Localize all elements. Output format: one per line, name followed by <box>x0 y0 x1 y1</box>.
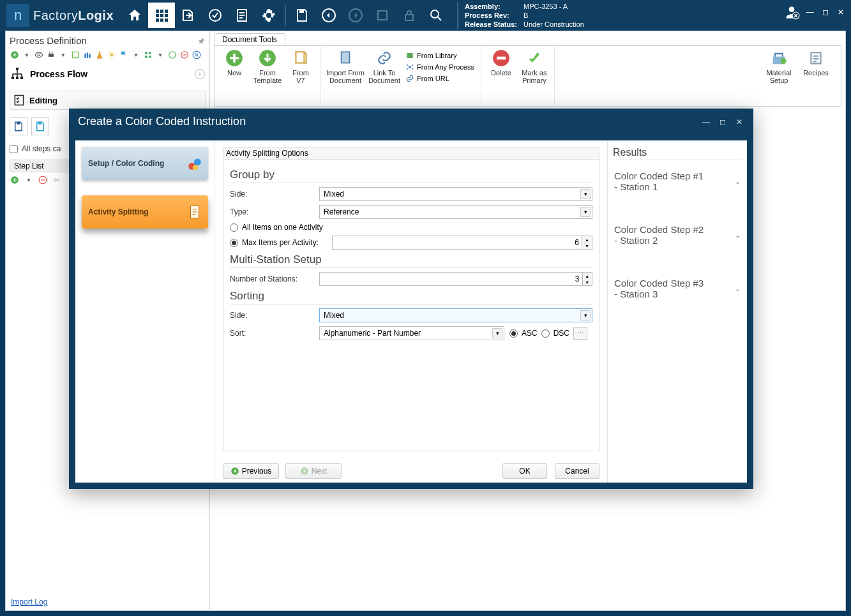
pause-icon[interactable] <box>192 50 202 60</box>
tab-document-tools[interactable]: Document Tools <box>214 33 285 45</box>
window-minimize[interactable]: — <box>805 8 815 17</box>
spin-down[interactable]: ▼ <box>583 279 592 285</box>
window-maximize[interactable]: ◻ <box>820 8 831 17</box>
result-item-2[interactable]: Color Coded Step #2- Station 2 ⌄ <box>613 218 742 252</box>
save-button[interactable] <box>289 3 315 28</box>
ribbon-recipes[interactable]: Recipes <box>801 49 831 103</box>
dropdown2-icon[interactable]: ▼ <box>58 50 68 60</box>
radio-dsc[interactable] <box>541 329 550 338</box>
svg-point-17 <box>789 6 795 12</box>
modal-minimize[interactable]: — <box>701 117 711 126</box>
import-log-link[interactable]: Import Log <box>11 597 47 606</box>
step-dropdown-icon[interactable]: ▼ <box>24 175 34 185</box>
search-button[interactable] <box>423 3 449 28</box>
cancel-button[interactable]: Cancel <box>555 463 599 479</box>
modal-close[interactable]: ✕ <box>734 117 744 126</box>
modal-title-text: Create a Color Coded Instruction <box>78 115 246 128</box>
previous-button[interactable]: Previous <box>223 463 279 479</box>
ribbon-from-v7[interactable]: From V7 <box>286 49 315 84</box>
settings-button[interactable] <box>255 3 282 28</box>
remove-step-icon[interactable] <box>38 175 48 185</box>
ribbon-from-any-process[interactable]: From Any Process <box>405 63 474 71</box>
result-item-3[interactable]: Color Coded Step #3- Station 3 ⌄ <box>613 271 742 306</box>
thumb-2[interactable] <box>31 117 49 135</box>
radio-all-items[interactable] <box>230 223 238 232</box>
svg-rect-5 <box>165 14 168 17</box>
grid-button[interactable] <box>148 3 175 28</box>
flask-icon[interactable] <box>94 50 105 60</box>
svg-rect-39 <box>17 122 20 124</box>
pin-icon[interactable] <box>198 37 206 45</box>
chevron-down-icon[interactable]: ▾ <box>492 328 502 338</box>
svg-rect-45 <box>296 52 304 63</box>
thumb-1[interactable] <box>10 117 27 135</box>
document-button[interactable] <box>229 3 255 28</box>
dropdown3-icon[interactable]: ▼ <box>131 50 141 60</box>
wizard-step-setup[interactable]: Setup / Color Coding <box>82 147 208 180</box>
svg-rect-8 <box>165 19 168 22</box>
spin-up[interactable]: ▲ <box>582 236 592 243</box>
type-select[interactable]: Reference▾ <box>319 205 592 219</box>
add-step-icon[interactable] <box>10 175 20 185</box>
chevron-down-icon: ⌄ <box>735 285 741 293</box>
ribbon-delete[interactable]: Delete <box>486 49 516 77</box>
ribbon-new[interactable]: New <box>220 49 249 77</box>
radio-asc[interactable] <box>509 329 518 338</box>
ribbon-from-url[interactable]: From URL <box>405 74 474 83</box>
spin-up[interactable]: ▲ <box>583 273 592 279</box>
num-stations-input[interactable] <box>319 272 583 286</box>
ribbon-mark-primary[interactable]: Mark as Primary <box>520 49 549 84</box>
eye-icon[interactable] <box>34 50 44 60</box>
ribbon-material-setup[interactable]: Material Setup <box>764 49 794 103</box>
svg-rect-25 <box>149 52 151 54</box>
stop-button <box>369 3 396 28</box>
cut-icon[interactable]: ✂ <box>52 175 62 185</box>
max-items-input[interactable] <box>332 236 582 250</box>
all-steps-checkbox[interactable] <box>10 145 18 153</box>
chevron-down-icon: ⌄ <box>735 231 741 239</box>
window-close[interactable]: ✕ <box>836 8 846 17</box>
ribbon-from-library[interactable]: From Library <box>405 51 474 60</box>
more-button[interactable]: ⋯ <box>573 327 587 340</box>
checklist-icon <box>13 94 26 107</box>
tool1-icon[interactable] <box>70 50 80 60</box>
chart-icon[interactable] <box>82 50 93 60</box>
ribbon-link-document[interactable]: Link To Document <box>368 49 400 84</box>
wizard-step-activity-splitting[interactable]: Activity Splitting <box>82 195 208 229</box>
sync-button[interactable] <box>202 3 229 28</box>
export-button[interactable] <box>175 3 202 28</box>
modal-maximize[interactable]: ◻ <box>718 117 728 126</box>
download-icon[interactable] <box>194 68 206 80</box>
user-icon[interactable] <box>783 4 800 20</box>
circle1-icon[interactable] <box>167 50 177 60</box>
sort-select[interactable]: Alphanumeric - Part Number▾ <box>319 326 504 340</box>
home-button[interactable] <box>121 3 148 28</box>
gear2-icon[interactable] <box>107 50 117 60</box>
type-label: Type: <box>230 207 319 216</box>
dropdown4-icon[interactable]: ▼ <box>155 50 165 60</box>
svg-rect-11 <box>299 10 304 13</box>
side-select[interactable]: Mixed▾ <box>319 187 592 201</box>
editing-header[interactable]: Editing <box>10 91 206 110</box>
ribbon-import-document[interactable]: Import From Document <box>326 49 365 84</box>
back-button[interactable] <box>315 3 342 28</box>
radio-max-items[interactable] <box>230 239 238 247</box>
svg-rect-35 <box>16 77 19 79</box>
result-item-1[interactable]: Color Coded Step #1- Station 1 ⌄ <box>613 164 742 199</box>
chevron-down-icon[interactable]: ▾ <box>580 207 591 217</box>
ok-button[interactable]: OK <box>502 463 547 479</box>
minus-icon[interactable] <box>179 50 190 60</box>
spin-down[interactable]: ▼ <box>582 243 592 249</box>
svg-rect-21 <box>49 54 54 57</box>
add-icon[interactable] <box>10 50 20 60</box>
ribbon: New From Template From V7 Import From Do… <box>214 45 841 107</box>
grid2-icon[interactable] <box>143 50 153 60</box>
print-icon[interactable] <box>46 50 56 60</box>
svg-rect-36 <box>20 77 23 79</box>
chevron-down-icon[interactable]: ▾ <box>580 189 591 199</box>
sort-side-select[interactable]: Mixed▾ <box>319 308 592 322</box>
chevron-down-icon[interactable]: ▾ <box>580 310 591 320</box>
flag-icon[interactable] <box>119 50 129 60</box>
ribbon-from-template[interactable]: From Template <box>253 49 282 84</box>
dropdown-icon[interactable]: ▼ <box>22 50 32 60</box>
